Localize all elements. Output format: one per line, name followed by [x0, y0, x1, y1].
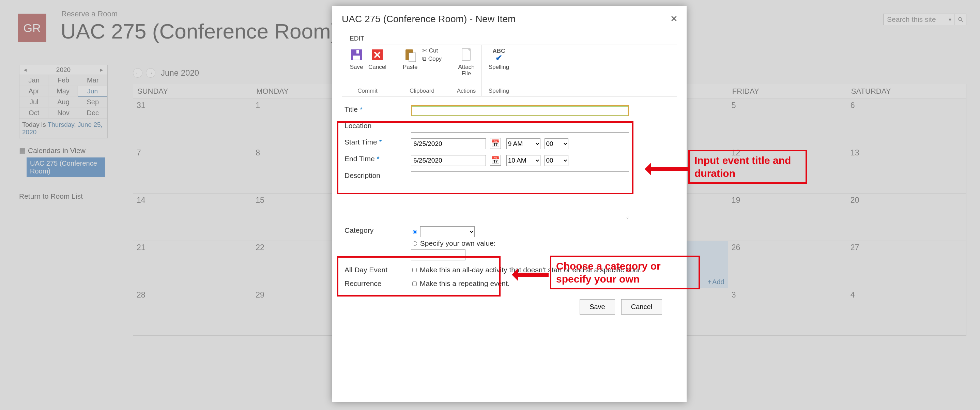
ribbon-spelling-button[interactable]: ABC✔ Spelling: [488, 47, 509, 70]
ribbon-group-actions: Actions: [457, 87, 476, 95]
cut-icon: ✂: [422, 47, 427, 54]
location-input[interactable]: [411, 122, 629, 133]
ribbon-spelling-label: Spelling: [488, 64, 509, 70]
svg-rect-3: [353, 56, 360, 60]
start-min-select[interactable]: 00: [544, 138, 568, 149]
annotation-label-2: Choose a category or specify your own: [550, 256, 700, 289]
field-label-end: End Time: [345, 155, 375, 162]
form-save-button[interactable]: Save: [580, 299, 615, 315]
ribbon-attach-label: Attach File: [455, 64, 478, 77]
end-hour-select[interactable]: 10 AM: [506, 155, 541, 166]
ribbon-group-commit: Commit: [358, 87, 377, 95]
close-icon[interactable]: ✕: [670, 14, 678, 24]
ribbon-save-button[interactable]: Save: [348, 47, 364, 70]
category-choice-radio[interactable]: [413, 230, 417, 234]
ribbon-copy-button[interactable]: ⧉Copy: [422, 56, 442, 62]
field-label-start: Start Time: [345, 138, 377, 146]
annotation-label-1: Input event title and duration: [688, 150, 807, 184]
ribbon-tab-edit[interactable]: EDIT: [342, 32, 372, 45]
svg-rect-4: [356, 50, 359, 54]
recurrence-text: Make this a repeating event.: [420, 280, 510, 287]
recurrence-checkbox[interactable]: [412, 281, 417, 286]
ribbon-copy-label: Copy: [428, 56, 442, 62]
save-icon: [348, 47, 364, 63]
ribbon-group-spelling: Spelling: [488, 87, 509, 95]
ribbon-cut-button[interactable]: ✂Cut: [422, 47, 442, 54]
ribbon-cut-label: Cut: [429, 48, 438, 54]
field-label-category: Category: [342, 224, 408, 263]
field-label-location: Location: [342, 119, 408, 135]
description-input[interactable]: [411, 172, 629, 219]
paste-icon: [402, 47, 418, 63]
svg-rect-7: [409, 53, 416, 62]
category-own-input[interactable]: [411, 249, 466, 261]
ribbon-paste-label: Paste: [403, 64, 417, 70]
field-label-allday: All Day Event: [342, 263, 408, 277]
annotation-arrow-2: [514, 273, 549, 277]
end-date-input[interactable]: [411, 155, 486, 166]
ribbon-group-clipboard: Clipboard: [410, 87, 434, 95]
ribbon-attach-button[interactable]: Attach File: [455, 47, 478, 77]
start-hour-select[interactable]: 9 AM: [506, 138, 541, 149]
ribbon-cancel-button[interactable]: Cancel: [368, 47, 387, 70]
end-min-select[interactable]: 00: [544, 155, 568, 166]
form-cancel-button[interactable]: Cancel: [621, 299, 662, 315]
dialog-title: UAC 275 (Conference Room) - New Item: [342, 14, 677, 25]
start-date-input[interactable]: [411, 138, 486, 149]
category-select[interactable]: [420, 226, 475, 237]
category-own-radio[interactable]: [413, 241, 417, 246]
copy-icon: ⧉: [422, 56, 426, 62]
start-date-picker-icon[interactable]: 📅: [490, 138, 501, 149]
new-item-dialog: UAC 275 (Conference Room) - New Item ✕ E…: [332, 6, 687, 402]
specify-own-label: Specify your own value:: [420, 239, 496, 247]
allday-checkbox[interactable]: [412, 268, 417, 272]
ribbon-cancel-label: Cancel: [368, 64, 387, 70]
field-label-title: Title: [345, 105, 358, 113]
field-label-description: Description: [342, 169, 408, 224]
svg-rect-8: [462, 49, 470, 60]
title-input[interactable]: [411, 105, 629, 116]
cancel-icon: [369, 47, 385, 63]
field-label-recurrence: Recurrence: [342, 277, 408, 290]
attach-icon: [459, 47, 474, 63]
ribbon-save-label: Save: [350, 64, 363, 70]
end-date-picker-icon[interactable]: 📅: [490, 155, 501, 166]
spelling-icon: ABC✔: [491, 47, 507, 63]
ribbon-paste-button[interactable]: Paste: [402, 47, 418, 70]
annotation-arrow-1: [648, 167, 688, 171]
